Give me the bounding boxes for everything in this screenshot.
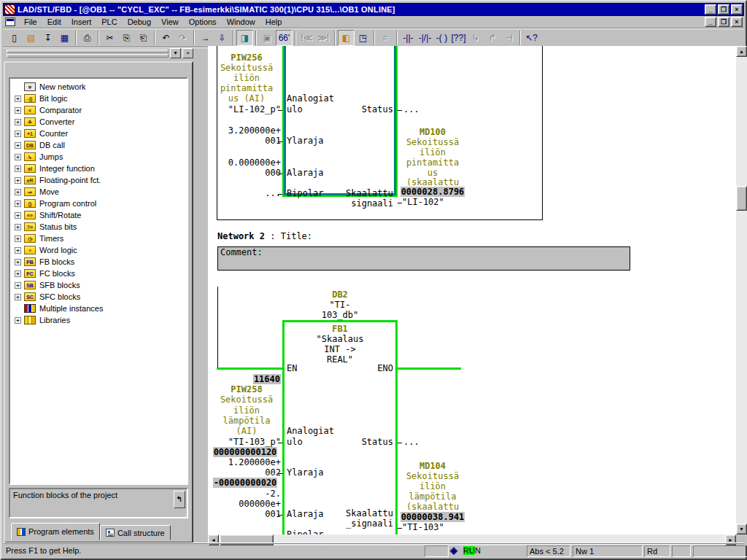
- t-branch-icon[interactable]: ⊣: [500, 30, 517, 46]
- overview-toggle-icon[interactable]: ◧: [338, 30, 355, 46]
- expand-icon[interactable]: +: [15, 131, 21, 137]
- fbd-editor-canvas[interactable]: Network 2 : Title: Comment: PIW256Sekoit…: [208, 46, 736, 534]
- en-rail: [217, 368, 282, 370]
- minimize-button[interactable]: _: [705, 4, 716, 15]
- menu-edit[interactable]: Edit: [42, 16, 66, 28]
- expand-icon[interactable]: +: [15, 224, 21, 230]
- contact-no-icon[interactable]: -||-: [400, 30, 417, 46]
- print-icon[interactable]: ⎙: [79, 30, 96, 46]
- menu-plc[interactable]: PLC: [96, 16, 122, 28]
- scroll-down-button[interactable]: ▼: [736, 524, 747, 534]
- contact-nc-icon[interactable]: -|/|-: [417, 30, 433, 46]
- tree-item-word-logic[interactable]: +≡Word logic: [15, 244, 187, 256]
- vertical-scrollbar[interactable]: ▲ ▼: [736, 46, 747, 534]
- expand-icon[interactable]: +: [15, 236, 21, 242]
- tree-item-fb-blocks[interactable]: +FBFB blocks: [15, 256, 187, 268]
- expand-icon[interactable]: +: [15, 119, 21, 125]
- tree-item-multiple-instances[interactable]: Multiple instances: [15, 303, 187, 314]
- mdi-minimize-button[interactable]: _: [705, 17, 716, 27]
- tree-item-program-control[interactable]: +()Program control: [15, 198, 187, 209]
- expand-icon[interactable]: +: [15, 212, 21, 219]
- mdi-child-icon[interactable]: [5, 18, 15, 26]
- tree-item-label: Word logic: [39, 246, 77, 254]
- empty-box-icon[interactable]: [??]: [450, 30, 467, 46]
- tree-item-integer-function[interactable]: +±IInteger function: [15, 163, 187, 174]
- expand-icon[interactable]: +: [15, 294, 21, 300]
- new-document-icon[interactable]: ▯: [6, 30, 23, 46]
- expand-icon[interactable]: +: [15, 282, 21, 289]
- expand-icon[interactable]: +: [15, 177, 21, 184]
- expand-icon[interactable]: +: [15, 271, 21, 277]
- menu-help[interactable]: Help: [260, 16, 287, 28]
- menu-file[interactable]: File: [19, 16, 42, 28]
- menu-view[interactable]: View: [156, 16, 184, 28]
- cut-icon[interactable]: ✂: [101, 30, 118, 46]
- expand-icon[interactable]: +: [15, 107, 21, 114]
- panel-close-button[interactable]: ×: [182, 48, 193, 58]
- undo-icon[interactable]: ↶: [158, 30, 174, 46]
- coil-icon[interactable]: -( ): [433, 30, 450, 46]
- expand-icon[interactable]: +: [15, 189, 21, 195]
- tree-item-timers[interactable]: +◷Timers: [15, 233, 187, 244]
- menu-window[interactable]: Window: [222, 16, 260, 28]
- tree-item-status-bits[interactable]: +?=Status bits: [15, 221, 187, 233]
- copy-icon[interactable]: ⎘: [118, 30, 135, 46]
- toggle-description-button[interactable]: ↰: [174, 491, 185, 508]
- expand-icon[interactable]: +: [15, 166, 21, 172]
- save-icon[interactable]: ▦: [56, 30, 73, 46]
- restore-button[interactable]: ❐: [718, 4, 729, 15]
- download-blocks-icon[interactable]: ⇩: [214, 30, 231, 46]
- tab-program-elements[interactable]: Program elements: [11, 523, 100, 540]
- online-diagnostics-icon: ◈: [450, 545, 457, 556]
- network2-header[interactable]: Network 2 : Title:: [217, 232, 312, 241]
- previous-error-icon[interactable]: !≪: [298, 30, 315, 46]
- expand-icon[interactable]: +: [15, 259, 21, 265]
- close-branch-icon[interactable]: ↱: [484, 30, 500, 46]
- tree-item-counter[interactable]: ++1Counter: [15, 128, 187, 139]
- tree-item-new-network[interactable]: ⌗New network: [15, 81, 187, 93]
- tree-item-comparator[interactable]: +<Comparator: [15, 104, 187, 116]
- expand-icon[interactable]: +: [15, 247, 21, 254]
- close-button[interactable]: ×: [731, 4, 743, 15]
- tree-item-shift-rotate[interactable]: +«»Shift/Rotate: [15, 209, 187, 221]
- tree-item-fc-blocks[interactable]: +FCFC blocks: [15, 268, 187, 279]
- tree-item-jumps[interactable]: +↳Jumps: [15, 151, 187, 163]
- expand-icon[interactable]: +: [15, 317, 21, 324]
- open-icon[interactable]: ▤: [23, 30, 39, 46]
- tree-item-converter[interactable]: +≙Converter: [15, 116, 187, 128]
- tree-item-floating-point-fct[interactable]: +±RFloating-point fct.: [15, 174, 187, 186]
- network2-comment-box[interactable]: Comment:: [217, 246, 630, 271]
- vertical-scroll-thumb[interactable]: [736, 186, 747, 211]
- panel-dropdown-button[interactable]: ▾: [170, 48, 181, 58]
- new-network-icon[interactable]: ⌗: [377, 30, 394, 46]
- tree-item-libraries[interactable]: +Libraries: [15, 314, 187, 326]
- detail-view-icon[interactable]: ◳: [355, 30, 371, 46]
- tree-item-db-call[interactable]: +DBDB call: [15, 139, 187, 151]
- menu-insert[interactable]: Insert: [66, 16, 97, 28]
- panel-grip[interactable]: [7, 48, 169, 58]
- open-branch-icon[interactable]: ↳: [467, 30, 484, 46]
- mdi-close-button[interactable]: ×: [731, 17, 743, 27]
- expand-icon[interactable]: +: [15, 201, 21, 207]
- expand-icon[interactable]: +: [15, 142, 21, 149]
- next-error-icon[interactable]: ≫!: [315, 30, 332, 46]
- go-to-icon[interactable]: →: [197, 30, 214, 46]
- mdi-restore-button[interactable]: ❐: [718, 17, 729, 27]
- plc-module-icon[interactable]: ▣: [259, 30, 276, 46]
- tab-call-structure[interactable]: Call structure: [100, 525, 171, 540]
- download-icon[interactable]: ↧: [39, 30, 56, 46]
- menu-debug[interactable]: Debug: [123, 16, 156, 28]
- scroll-up-button[interactable]: ▲: [736, 46, 747, 57]
- address-monitor-icon[interactable]: ◨: [236, 30, 253, 46]
- menu-options[interactable]: Options: [184, 16, 222, 28]
- tree-item-bit-logic[interactable]: +-||Bit logic: [15, 93, 187, 104]
- tree-item-move[interactable]: +⇒Move: [15, 186, 187, 198]
- redo-icon[interactable]: ↷: [174, 30, 191, 46]
- expand-icon[interactable]: +: [15, 96, 21, 102]
- monitor-onoff-icon[interactable]: 66': [276, 30, 293, 46]
- help-cursor-icon[interactable]: ↖?: [523, 30, 540, 46]
- paste-icon[interactable]: ⎗: [135, 30, 152, 46]
- expand-icon[interactable]: +: [15, 154, 21, 160]
- tree-item-sfc-blocks[interactable]: +SCSFC blocks: [15, 291, 187, 303]
- tree-item-sfb-blocks[interactable]: +SBSFB blocks: [15, 279, 187, 291]
